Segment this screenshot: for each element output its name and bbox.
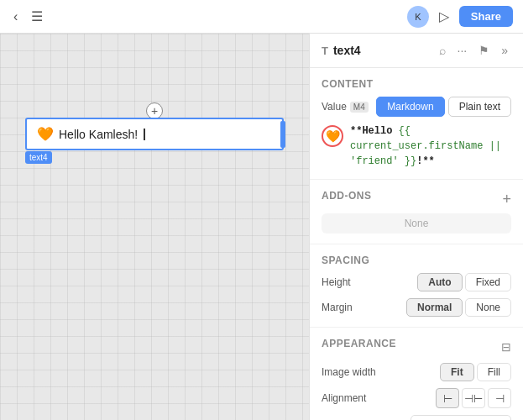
margin-options: Normal None — [406, 298, 511, 317]
share-button[interactable]: Share — [459, 6, 513, 27]
panel-title-text: text4 — [333, 44, 361, 57]
main-content: + 🧡 Hello Kamlesh! text4 T text4 ⌕ ··· ⚑… — [0, 34, 523, 420]
right-panel: T text4 ⌕ ··· ⚑ » Content Value M4 Markd… — [309, 34, 523, 420]
height-auto-button[interactable]: Auto — [417, 273, 462, 291]
appearance-section: Appearance ⊟ Image width Fit Fill Alignm… — [310, 328, 523, 420]
search-icon[interactable]: ⌕ — [436, 42, 449, 59]
addons-header-row: Add-ons + — [322, 190, 511, 208]
value-emoji-icon: 🧡 — [322, 125, 343, 147]
type-icon: T — [322, 45, 328, 57]
element-text: Hello Kamlesh! — [59, 128, 138, 141]
addons-section-title: Add-ons — [322, 190, 372, 202]
hidden-input[interactable] — [411, 415, 511, 420]
alignment-label: Alignment — [322, 392, 366, 404]
spacing-section-title: Spacing — [322, 255, 511, 266]
align-center-button[interactable]: ⊣⊢ — [462, 388, 485, 408]
pin-icon[interactable]: ⚑ — [475, 42, 493, 59]
content-section: Content Value M4 Markdown Plain text 🧡 *… — [310, 68, 523, 180]
alignment-row: Alignment ⊢ ⊣⊢ ⊣ — [322, 388, 511, 408]
image-width-options: Fit Fill — [440, 363, 511, 381]
align-right-button[interactable]: ⊣ — [488, 388, 511, 408]
value-field-row: Value M4 Markdown Plain text — [322, 97, 511, 117]
canvas-area[interactable]: + 🧡 Hello Kamlesh! text4 — [0, 34, 309, 420]
text-element[interactable]: 🧡 Hello Kamlesh! — [25, 118, 284, 150]
margin-label: Margin — [322, 302, 353, 313]
appearance-header: Appearance ⊟ — [322, 338, 511, 356]
element-emoji: 🧡 — [37, 126, 54, 142]
panel-title: T text4 — [322, 44, 361, 57]
content-section-title: Content — [322, 78, 511, 90]
align-left-button[interactable]: ⊢ — [436, 388, 459, 408]
panel-header-actions: ⌕ ··· ⚑ » — [436, 42, 511, 59]
m4-badge: M4 — [350, 102, 369, 113]
addons-none: None — [322, 213, 511, 234]
play-button[interactable]: ▷ — [436, 5, 452, 28]
appearance-section-title: Appearance — [322, 338, 396, 349]
margin-row: Margin Normal None — [322, 298, 511, 317]
height-options: Auto Fixed — [417, 273, 511, 291]
element-label: text4 — [25, 151, 52, 164]
panel-header: T text4 ⌕ ··· ⚑ » — [310, 34, 523, 68]
canvas-background — [0, 34, 309, 420]
back-button[interactable]: ‹ — [10, 6, 21, 28]
height-fixed-button[interactable]: Fixed — [465, 273, 511, 291]
image-fit-button[interactable]: Fit — [440, 363, 474, 381]
height-label: Height — [322, 276, 351, 288]
avatar: K — [407, 6, 429, 28]
spacing-section: Spacing Height Auto Fixed Margin Normal … — [310, 244, 523, 328]
plaintext-button[interactable]: Plain text — [448, 97, 511, 117]
image-width-row: Image width Fit Fill — [322, 363, 511, 381]
alignment-options: ⊢ ⊣⊢ ⊣ — [436, 388, 511, 408]
menu-button[interactable]: ☰ — [28, 5, 46, 28]
format-btn-group: Markdown Plain text — [376, 97, 511, 117]
code-value[interactable]: **Hello {{ current_user.firstName || 'fr… — [350, 123, 511, 169]
addons-section: Add-ons + None — [310, 180, 523, 244]
markdown-button[interactable]: Markdown — [376, 97, 444, 117]
add-addon-button[interactable]: + — [502, 192, 511, 207]
topbar-right: K ▷ Share — [407, 5, 513, 28]
margin-none-button[interactable]: None — [465, 298, 511, 317]
image-fill-button[interactable]: Fill — [477, 363, 511, 381]
cursor — [144, 129, 145, 140]
margin-normal-button[interactable]: Normal — [406, 298, 463, 317]
filter-icon[interactable]: ⊟ — [501, 340, 511, 354]
add-handle[interactable]: + — [146, 102, 163, 119]
value-row: 🧡 **Hello {{ current_user.firstName || '… — [322, 123, 511, 169]
topbar-left: ‹ ☰ — [10, 5, 46, 28]
resize-handle[interactable] — [280, 121, 285, 148]
topbar: ‹ ☰ K ▷ Share — [0, 0, 523, 34]
image-width-label: Image width — [322, 366, 376, 378]
hidden-row: Hidden — [322, 415, 511, 420]
height-row: Height Auto Fixed — [322, 273, 511, 291]
expand-icon[interactable]: » — [498, 42, 511, 59]
more-icon[interactable]: ··· — [454, 42, 471, 59]
value-label: Value M4 — [322, 101, 369, 113]
